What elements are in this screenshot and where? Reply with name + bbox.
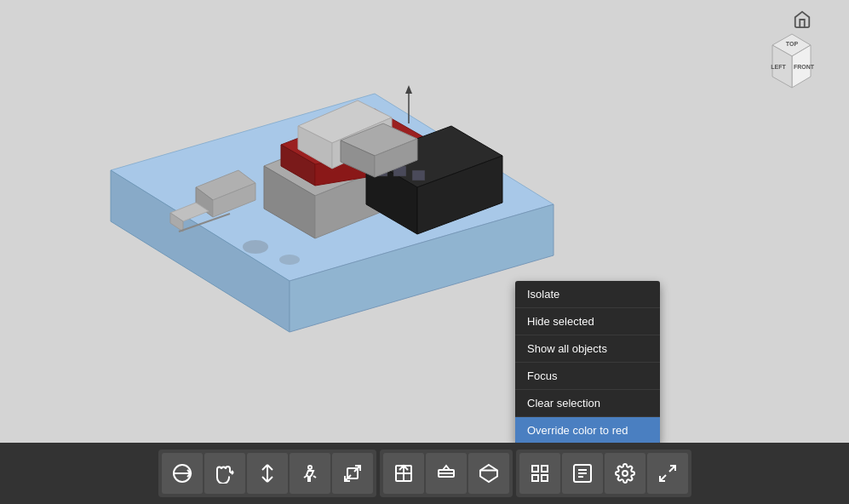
toolbar-group-section xyxy=(380,450,513,497)
context-menu-item-isolate[interactable]: Isolate xyxy=(515,281,660,308)
svg-point-45 xyxy=(308,466,312,469)
section-box-button[interactable] xyxy=(383,453,424,494)
svg-rect-57 xyxy=(542,466,548,472)
svg-line-65 xyxy=(669,466,675,472)
context-menu-item-focus[interactable]: Focus xyxy=(515,363,660,390)
context-menu: Isolate Hide selected Show all objects F… xyxy=(515,281,660,443)
context-menu-item-hide-selected[interactable]: Hide selected xyxy=(515,308,660,335)
cube-top-label: TOP xyxy=(786,41,799,47)
bottom-toolbar xyxy=(0,443,849,504)
svg-point-32 xyxy=(243,240,268,254)
properties-button[interactable] xyxy=(562,453,603,494)
context-menu-item-show-all[interactable]: Show all objects xyxy=(515,335,660,363)
views-button[interactable] xyxy=(519,453,560,494)
toolbar-group-navigation xyxy=(158,450,376,497)
zoom-button[interactable] xyxy=(247,453,288,494)
scene-svg xyxy=(0,0,849,443)
svg-point-64 xyxy=(622,471,628,476)
settings-button[interactable] xyxy=(605,453,645,494)
pan-button[interactable] xyxy=(204,453,245,494)
svg-line-66 xyxy=(660,475,666,481)
toolbar-group-view xyxy=(516,450,691,497)
cube-front-label: FRONT xyxy=(794,64,815,70)
section-plane-button[interactable] xyxy=(426,453,467,494)
cube-left-label: LEFT xyxy=(771,64,786,70)
svg-rect-59 xyxy=(542,475,548,481)
context-menu-item-clear-selection[interactable]: Clear selection xyxy=(515,390,660,417)
context-menu-item-override-color[interactable]: Override color to red xyxy=(515,417,660,443)
viewport[interactable]: TOP FRONT LEFT Isolate Hide selected Sho… xyxy=(0,0,849,443)
svg-point-33 xyxy=(279,255,300,265)
svg-line-39 xyxy=(232,472,233,474)
orbit-button[interactable] xyxy=(162,453,203,494)
svg-marker-54 xyxy=(480,465,497,482)
walk-button[interactable] xyxy=(290,453,330,494)
svg-rect-58 xyxy=(532,475,538,481)
home-button[interactable] xyxy=(789,7,815,32)
fit-view-button[interactable] xyxy=(332,453,373,494)
svg-rect-56 xyxy=(532,466,538,472)
section-object-button[interactable] xyxy=(468,453,509,494)
fullscreen-button[interactable] xyxy=(647,453,688,494)
svg-rect-15 xyxy=(412,170,425,180)
nav-cube[interactable]: TOP FRONT LEFT xyxy=(760,30,823,94)
